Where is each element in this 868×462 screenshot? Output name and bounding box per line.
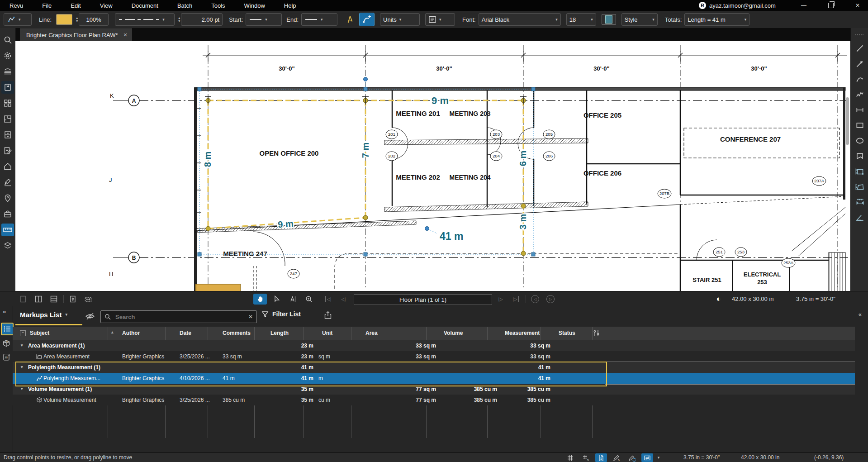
arc-tool-button[interactable] — [855, 74, 865, 84]
font-size-dropdown[interactable]: 18 ▾ — [566, 13, 596, 26]
menu-help[interactable]: Help — [275, 2, 306, 9]
collapse-all-checkbox[interactable]: − — [20, 330, 26, 336]
minimize-button[interactable]: — — [793, 0, 814, 11]
rail-grip-handle[interactable] — [855, 30, 865, 40]
area-measure-button[interactable] — [855, 182, 865, 192]
line-width-field[interactable]: 2.00 pt — [181, 13, 223, 26]
group-row-volume-measurement[interactable]: ▾ Volume Measurement (1) 35 m 77 sq m 38… — [13, 384, 855, 395]
menu-document[interactable]: Document — [122, 2, 168, 9]
menu-tools[interactable]: Tools — [202, 2, 234, 9]
menu-file[interactable]: File — [33, 2, 61, 9]
toolchest-panel-button[interactable] — [1, 208, 14, 220]
totals-dropdown[interactable]: Length = 41 m ▾ — [684, 13, 749, 26]
properties-panel-button[interactable] — [1, 49, 14, 62]
fit-page-button[interactable] — [67, 294, 79, 305]
group-collapse-icon[interactable]: ▾ — [21, 386, 23, 391]
canvas-vertical-scrollbar[interactable] — [846, 97, 849, 145]
column-header-area[interactable]: Area — [365, 330, 378, 336]
select-tool-button[interactable] — [270, 294, 282, 305]
document-canvas[interactable]: 30'-0" 30'-0" 30'-0" 30'-0" A B K J H — [15, 41, 850, 291]
pan-tool-button[interactable] — [253, 294, 267, 305]
file-access-panel-button[interactable] — [1, 81, 14, 94]
markups-list-title[interactable]: Markups List ▾ — [20, 311, 67, 319]
export-summary-button[interactable] — [324, 310, 332, 321]
menu-window[interactable]: Window — [235, 2, 275, 9]
grid-toggle-button[interactable] — [564, 453, 576, 462]
search-input[interactable] — [114, 313, 245, 321]
column-header-date[interactable]: Date — [180, 330, 191, 336]
zoom-tool-button[interactable] — [303, 294, 315, 305]
markup-reuse-button[interactable] — [626, 453, 638, 462]
menu-batch[interactable]: Batch — [168, 2, 202, 9]
tab-close-icon[interactable]: ✕ — [123, 32, 128, 38]
studio-panel-button[interactable] — [1, 160, 14, 173]
fit-width-button[interactable] — [82, 294, 94, 305]
snap-document-button[interactable]: 5 — [595, 453, 607, 462]
group-collapse-icon[interactable]: ▾ — [21, 365, 23, 369]
ellipse-tool-button[interactable] — [855, 136, 865, 146]
snap-grid-button[interactable]: 5 — [580, 453, 592, 462]
last-page-button[interactable]: ▷ — [510, 294, 522, 305]
column-header-author[interactable]: Author — [122, 330, 140, 336]
row-volume-measurement[interactable]: Volume Measurement Brighter Graphics 3/2… — [13, 395, 855, 405]
snap-markup-button[interactable]: 5 — [611, 453, 622, 462]
arrow-tool-button[interactable] — [855, 59, 865, 69]
column-header-length[interactable]: Length — [270, 330, 289, 336]
group-row-area-measurement[interactable]: ▾ Area Measurement (1) 23 m 33 sq m 33 s… — [13, 340, 855, 351]
column-header-volume[interactable]: Volume — [444, 330, 463, 336]
sets-panel-button[interactable] — [1, 129, 14, 141]
search-panel-button[interactable] — [1, 33, 14, 46]
appearance-toggle-button[interactable]: ◐ — [713, 294, 725, 305]
row-polylength-measurement-selected[interactable]: Polylength Measurem... Brighter Graphics… — [13, 373, 855, 384]
polygon-tool-button[interactable] — [855, 151, 865, 161]
collapse-panel-button[interactable]: « — [859, 311, 862, 318]
forms-panel-button[interactable] — [1, 144, 14, 157]
javascript-tab[interactable]: JS — [1, 352, 12, 362]
measurements-panel-button[interactable] — [1, 224, 14, 236]
line-start-dropdown[interactable]: ▾ — [246, 13, 282, 26]
two-column-view-button[interactable] — [33, 294, 44, 305]
page-indicator-field[interactable]: Floor Plan (1 of 1) — [354, 294, 492, 305]
column-header-subject[interactable]: Subject — [30, 330, 49, 336]
places-panel-button[interactable] — [1, 192, 14, 205]
opacity-spinner[interactable]: ▴▾ — [76, 16, 78, 23]
line-end-dropdown[interactable]: ▾ — [301, 13, 337, 26]
column-header-unit[interactable]: Unit — [322, 330, 332, 336]
column-header-comments[interactable]: Comments — [223, 330, 251, 336]
menu-edit[interactable]: Edit — [61, 2, 90, 9]
continuous-view-button[interactable] — [48, 294, 60, 305]
font-family-dropdown[interactable]: Arial Black ▾ — [479, 13, 561, 26]
tool-preset-dropdown[interactable]: ▾ — [4, 13, 32, 26]
first-page-button[interactable]: ◁ — [322, 294, 334, 305]
bookmarks-panel-button[interactable] — [1, 65, 14, 78]
previous-page-button[interactable]: ◁ — [337, 294, 349, 305]
menu-revu[interactable]: Revu — [0, 2, 33, 9]
sync-views-button[interactable] — [641, 453, 653, 462]
rectangle-tool-button[interactable] — [855, 120, 865, 130]
width-spinner[interactable]: ▴▾ — [178, 16, 180, 23]
close-button[interactable]: ✕ — [847, 0, 868, 11]
previous-view-button[interactable]: ◁ — [529, 294, 541, 305]
caption-style-dropdown[interactable]: ▾ — [425, 13, 455, 26]
thumbnails-panel-button[interactable] — [1, 97, 14, 110]
text-select-tool-button[interactable] — [287, 294, 299, 305]
polyline-tool-button[interactable] — [855, 90, 865, 100]
expand-panel-button[interactable]: » — [3, 308, 6, 315]
next-page-button[interactable]: ▷ — [495, 294, 507, 305]
single-page-view-button[interactable] — [17, 294, 29, 305]
layers-panel-button[interactable] — [1, 239, 14, 252]
angle-measure-button[interactable] — [855, 213, 865, 223]
line-style-dropdown[interactable]: ▾ — [115, 13, 175, 26]
row-area-measurement[interactable]: Area Measurement Brighter Graphics 3/25/… — [13, 351, 855, 362]
sync-options-caret[interactable]: ▾ — [655, 453, 662, 462]
units-dropdown[interactable]: Units ▾ — [380, 13, 420, 26]
account-menu[interactable]: R ayaz.taimoor@gmail.com — [699, 0, 776, 11]
restore-button[interactable] — [821, 0, 841, 11]
dimension-tool-button[interactable] — [855, 105, 865, 115]
markups-list-tab[interactable] — [1, 323, 14, 335]
menu-view[interactable]: View — [90, 2, 122, 9]
column-settings-button[interactable] — [593, 329, 600, 338]
line-color-swatch[interactable] — [56, 14, 72, 25]
markups-search-box[interactable]: ✕ — [100, 310, 257, 323]
group-row-polylength-measurement[interactable]: ▾ Polylength Measurement (1) 41 m 41 m — [13, 362, 855, 373]
